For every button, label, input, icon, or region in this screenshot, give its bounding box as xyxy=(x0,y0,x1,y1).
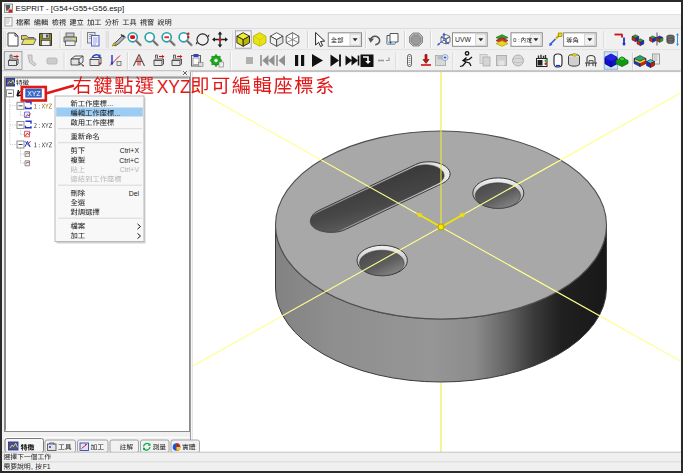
svg-text:XYZ: XYZ xyxy=(157,77,191,97)
svg-text:F1: F1 xyxy=(43,463,51,470)
svg-text:UVW: UVW xyxy=(455,36,471,43)
svg-text:(: ( xyxy=(529,37,531,43)
svg-text:ESPRIT - [G54+G55+G56.esp]: ESPRIT - [G54+G55+G56.esp] xyxy=(16,4,125,13)
svg-text:...: ... xyxy=(107,100,113,107)
svg-text:Ctrl+X: Ctrl+X xyxy=(120,147,140,154)
svg-text:...: ... xyxy=(115,110,121,117)
svg-text:Ctrl+V: Ctrl+V xyxy=(120,166,140,173)
svg-text:0 :: 0 : xyxy=(513,37,520,43)
svg-text:,: , xyxy=(31,463,33,470)
svg-text:Del: Del xyxy=(129,190,140,197)
svg-text:Ctrl+C: Ctrl+C xyxy=(119,157,139,164)
svg-text:XYZ: XYZ xyxy=(27,90,40,97)
